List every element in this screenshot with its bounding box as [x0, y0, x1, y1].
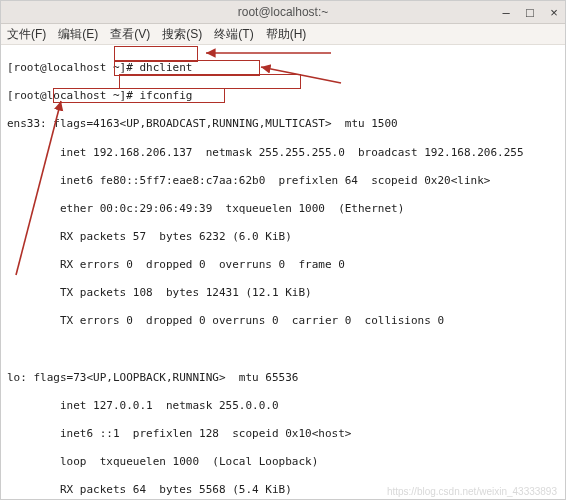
- ens33-txp: TX packets 108 bytes 12431 (12.1 KiB): [7, 286, 559, 300]
- lo-inet6: inet6 ::1 prefixlen 128 scopeid 0x10<hos…: [7, 427, 559, 441]
- menu-terminal[interactable]: 终端(T): [214, 26, 253, 43]
- menu-edit[interactable]: 编辑(E): [58, 26, 98, 43]
- terminal-window: root@localhost:~ – □ × 文件(F) 编辑(E) 查看(V)…: [0, 0, 566, 500]
- annotation-box-flags: [119, 74, 301, 89]
- menu-search[interactable]: 搜索(S): [162, 26, 202, 43]
- prompt-1-prefix: [root@localhost ~]: [7, 61, 126, 74]
- close-button[interactable]: ×: [547, 5, 561, 20]
- ens33-header: ens33: flags=4163<UP,BROADCAST,RUNNING,M…: [7, 117, 559, 131]
- menu-file[interactable]: 文件(F): [7, 26, 46, 43]
- window-title: root@localhost:~: [238, 5, 329, 19]
- blank-1: [7, 343, 559, 357]
- ens33-inet-ip: inet 192.168.206.137: [7, 146, 192, 159]
- titlebar[interactable]: root@localhost:~ – □ ×: [1, 1, 565, 24]
- lo-loop: loop txqueuelen 1000 (Local Loopback): [7, 455, 559, 469]
- ens33-inet6: inet6 fe80::5ff7:eae8:c7aa:62b0 prefixle…: [7, 174, 559, 188]
- lo-inet: inet 127.0.0.1 netmask 255.0.0.0: [7, 399, 559, 413]
- annotation-box-inet: [53, 88, 225, 103]
- ens33-rxe: RX errors 0 dropped 0 overruns 0 frame 0: [7, 258, 559, 272]
- ens33-hdr-post: mtu 1500: [332, 117, 398, 130]
- ens33-hdr-flags: <UP,BROADCAST,RUNNING,MULTICAST>: [120, 117, 332, 130]
- window-buttons: – □ ×: [499, 1, 561, 23]
- maximize-button[interactable]: □: [523, 5, 537, 20]
- menubar: 文件(F) 编辑(E) 查看(V) 搜索(S) 终端(T) 帮助(H): [1, 24, 565, 45]
- ens33-inet-rest: netmask 255.255.255.0 broadcast 192.168.…: [192, 146, 523, 159]
- ens33-txe: TX errors 0 dropped 0 overruns 0 carrier…: [7, 314, 559, 328]
- minimize-button[interactable]: –: [499, 5, 513, 20]
- menu-view[interactable]: 查看(V): [110, 26, 150, 43]
- ens33-hdr-pre: ens33: flags=4163: [7, 117, 120, 130]
- lo-header: lo: flags=73<UP,LOOPBACK,RUNNING> mtu 65…: [7, 371, 559, 385]
- terminal-body[interactable]: [root@localhost ~]# dhclient [root@local…: [1, 45, 565, 500]
- ens33-rxp: RX packets 57 bytes 6232 (6.0 KiB): [7, 230, 559, 244]
- ens33-inet: inet 192.168.206.137 netmask 255.255.255…: [7, 146, 559, 160]
- watermark: https://blog.csdn.net/weixin_43333893: [387, 486, 557, 497]
- menu-help[interactable]: 帮助(H): [266, 26, 307, 43]
- ens33-ether: ether 00:0c:29:06:49:39 txqueuelen 1000 …: [7, 202, 559, 216]
